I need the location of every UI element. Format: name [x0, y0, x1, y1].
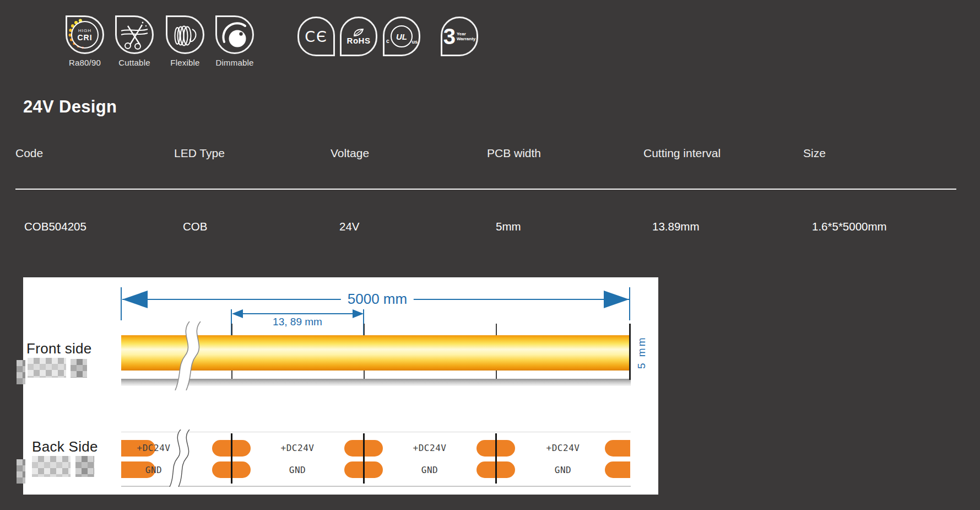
feature-label-flexible: Flexible: [160, 58, 210, 67]
page-title: 24V Design: [23, 97, 117, 117]
strip-end-line: [629, 324, 631, 380]
total-length-label: 5000 mm: [341, 291, 414, 308]
solder-pad: [605, 440, 630, 457]
strip-diagram: 5000 mm 13, 89 mm 5 mm Front side: [23, 277, 658, 495]
ul-center-text: UL: [396, 32, 407, 41]
small-arrowhead-right-icon: [353, 309, 364, 318]
cell-led-type: COB: [174, 220, 331, 233]
feature-label-cuttable: Cuttable: [109, 58, 160, 67]
pad-label-power: +DC24V: [546, 443, 580, 453]
small-arrowhead-left-icon: [232, 309, 243, 318]
dimension-cut-line: [234, 313, 362, 314]
break-wave-icon: [165, 430, 195, 487]
pad-label-ground: GND: [145, 465, 162, 475]
warranty-number: 3: [443, 25, 456, 47]
warranty-icon: 3 Year Warranty: [441, 17, 478, 56]
dim-ext-right: [629, 287, 630, 320]
cell-size: 1.6*5*5000mm: [803, 220, 974, 233]
cut-line: [363, 433, 365, 484]
break-wave-icon: [170, 321, 205, 390]
cri-top-text: HIGH: [78, 28, 91, 33]
censored-logo: [75, 456, 94, 477]
censored-logo: [28, 358, 66, 378]
front-side-label: Front side: [26, 340, 92, 357]
ul-c-text: c: [386, 38, 389, 44]
rohs-text: RoHS: [347, 36, 371, 45]
pad-label-ground: GND: [289, 465, 306, 475]
badge-flexible: Flexible: [160, 15, 210, 67]
header-voltage: Voltage: [331, 147, 487, 160]
pad-label-ground: GND: [555, 465, 571, 475]
solder-pad: [605, 461, 630, 478]
pad-label-ground: GND: [421, 465, 438, 475]
cell-voltage: 24V: [331, 220, 487, 233]
warranty-text: Year Warranty: [457, 31, 475, 41]
table-separator: [15, 189, 956, 190]
ul-icon: c UL us: [383, 17, 420, 56]
spec-table-row: COB504205 COB 24V 5mm 13.89mm 1.6*5*5000…: [15, 220, 974, 233]
cut-line: [495, 433, 497, 484]
pad-label-power: +DC24V: [413, 443, 447, 453]
cri-bottom-text: CRI: [77, 33, 92, 42]
cri-circle: HIGH CRI: [71, 21, 99, 49]
cell-pcb-width: 5mm: [487, 220, 643, 233]
ce-icon: CЄ: [297, 17, 335, 56]
ce-text: CЄ: [305, 28, 328, 45]
censored-logo: [71, 359, 87, 378]
header-size: Size: [803, 147, 974, 160]
pad-label-power: +DC24V: [281, 443, 315, 453]
rohs-icon: RoHS: [340, 17, 377, 56]
feature-label-ra: Ra80/90: [59, 58, 110, 67]
badge-cuttable: Cuttable: [109, 15, 160, 67]
dim-ext-left: [121, 287, 122, 320]
cutting-interval-label: 13, 89 mm: [268, 316, 327, 328]
censored-logo: [17, 360, 25, 384]
ul-circle: UL: [391, 25, 413, 47]
header-led-type: LED Type: [174, 147, 331, 160]
cut-line: [231, 433, 232, 484]
header-pcb-width: PCB width: [487, 147, 643, 160]
censored-logo: [17, 459, 25, 484]
arrowhead-left-icon: [122, 291, 148, 308]
ul-us-text: us: [412, 39, 418, 45]
badge-dimmable: Dimmable: [209, 15, 260, 67]
arrowhead-right-icon: [604, 291, 629, 308]
spec-table-header: Code LED Type Voltage PCB width Cutting …: [15, 147, 974, 160]
badge-high-cri: HIGH CRI Ra80/90: [59, 15, 110, 67]
cell-cutting-interval: 13.89mm: [643, 220, 803, 233]
censored-logo: [32, 456, 71, 477]
strip-width-label: 5 mm: [636, 331, 648, 373]
product-spec-page: HIGH CRI Ra80/90 Cuttable: [0, 0, 980, 510]
high-cri-icon: HIGH CRI: [66, 15, 104, 54]
coil-icon: [166, 15, 204, 54]
header-code: Code: [15, 147, 174, 160]
back-side-label: Back Side: [32, 438, 98, 455]
cell-code: COB504205: [15, 220, 174, 233]
dimmer-icon: [215, 15, 254, 54]
header-cutting-interval: Cutting interval: [643, 147, 803, 160]
scissors-icon: [115, 15, 154, 54]
feature-label-dimmable: Dimmable: [209, 58, 260, 67]
